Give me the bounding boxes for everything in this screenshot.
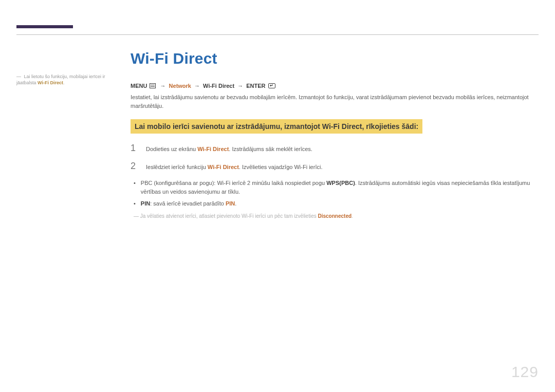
step-text-pre: Dodieties uz ekrānu: [146, 146, 197, 152]
breadcrumb-enter: ENTER: [246, 83, 265, 89]
footnote-em: Disconnected: [318, 213, 351, 219]
footnote-pre: Ja vēlaties atvienot ierīci, atlasiet pi…: [140, 213, 318, 219]
bullet-lead-bold: PIN: [141, 200, 150, 207]
bullet-text-pre: PBC (konfigurēšana ar pogu): Wi-Fi ierīc…: [141, 180, 326, 186]
step-text-em: Wi-Fi Direct: [197, 146, 229, 152]
bullet-dot-icon: •: [134, 179, 136, 196]
footnote: ― Ja vēlaties atvienot ierīci, atlasiet …: [134, 212, 539, 220]
breadcrumb-menu: MENU: [131, 83, 147, 89]
bullet-text: PIN: savā ierīcē ievadiet parādīto PIN.: [141, 199, 539, 208]
breadcrumb-network: Network: [169, 83, 191, 89]
bullet-text-pre: : savā ierīcē ievadiet parādīto: [150, 200, 226, 207]
step-text-post: . Izstrādājums sāk meklēt ierīces.: [229, 146, 312, 152]
step-text-em: Wi-Fi Direct: [208, 164, 239, 170]
main-content: Wi-Fi Direct MENU → Network → Wi-Fi Dire…: [131, 50, 539, 220]
step-text: Ieslēdziet ierīcē funkciju Wi-Fi Direct.…: [146, 163, 322, 172]
bullet-item: • PIN: savā ierīcē ievadiet parādīto PIN…: [134, 199, 539, 208]
menu-glyph-icon: [150, 83, 156, 88]
breadcrumb-arrow: →: [236, 83, 245, 89]
breadcrumb-arrow: →: [159, 83, 168, 89]
bullet-text-em: PIN: [226, 200, 235, 207]
header-accent-bar: [16, 25, 73, 28]
footnote-dash: ―: [134, 213, 139, 219]
enter-glyph-icon: [268, 83, 275, 88]
step-text-post: . Izvēlieties vajadzīgo Wi-Fi ierīci.: [239, 164, 323, 170]
sidebar-note-dash: ―: [16, 74, 21, 79]
sidebar-note: ― Lai lietotu šo funkciju, mobilajai ier…: [16, 73, 118, 86]
footnote-post: .: [351, 213, 353, 219]
bullet-item: • PBC (konfigurēšana ar pogu): Wi-Fi ier…: [134, 179, 539, 196]
header-rule: [16, 34, 539, 35]
step-list: 1 Dodieties uz ekrānu Wi-Fi Direct. Izst…: [131, 143, 539, 172]
step-number: 1: [131, 143, 138, 154]
bullet-text-bold: WPS(PBC): [326, 180, 355, 186]
highlight-heading: Lai mobilo ierīci savienotu ar izstrādāj…: [131, 119, 422, 134]
page-number: 129: [511, 363, 539, 381]
step-text: Dodieties uz ekrānu Wi-Fi Direct. Izstrā…: [146, 145, 312, 154]
step-item: 2 Ieslēdziet ierīcē funkciju Wi-Fi Direc…: [131, 161, 539, 172]
breadcrumb: MENU → Network → Wi-Fi Direct → ENTER: [131, 83, 539, 89]
bullet-dot-icon: •: [134, 199, 136, 208]
intro-paragraph: Iestatiet, lai izstrādājumu savienotu ar…: [131, 93, 539, 110]
bullet-text: PBC (konfigurēšana ar pogu): Wi-Fi ierīc…: [141, 179, 539, 196]
sidebar-note-em: Wi-Fi Direct: [38, 80, 63, 85]
breadcrumb-arrow: →: [193, 83, 201, 89]
breadcrumb-wifidirect: Wi-Fi Direct: [203, 83, 234, 89]
sidebar-note-text-b: .: [63, 80, 65, 85]
step-item: 1 Dodieties uz ekrānu Wi-Fi Direct. Izst…: [131, 143, 539, 154]
step-number: 2: [131, 161, 138, 172]
step-text-pre: Ieslēdziet ierīcē funkciju: [146, 164, 208, 170]
page-title: Wi-Fi Direct: [131, 50, 539, 67]
bullet-text-post: .: [235, 200, 236, 207]
bullet-list: • PBC (konfigurēšana ar pogu): Wi-Fi ier…: [134, 179, 539, 208]
